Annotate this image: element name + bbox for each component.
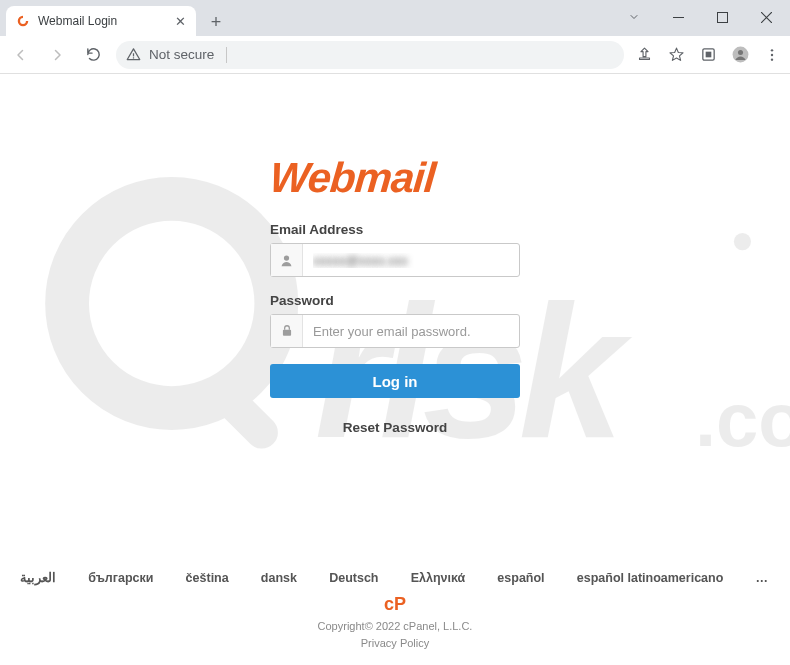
language-option[interactable]: español	[497, 571, 544, 585]
profile-avatar-icon[interactable]	[730, 45, 750, 65]
footer: cP Copyright© 2022 cPanel, L.L.C. Privac…	[0, 591, 790, 651]
password-label: Password	[270, 293, 520, 308]
svg-rect-0	[673, 17, 684, 18]
svg-rect-1	[717, 12, 727, 22]
cpanel-favicon-icon	[16, 14, 30, 28]
email-input-wrap	[270, 243, 520, 277]
security-warning-icon	[126, 47, 141, 62]
svg-point-11	[67, 198, 276, 407]
login-button[interactable]: Log in	[270, 364, 520, 398]
svg-point-16	[284, 255, 289, 260]
brand-logo: Webmail	[270, 154, 520, 202]
language-more[interactable]: …	[755, 571, 770, 585]
language-option[interactable]: dansk	[261, 571, 297, 585]
svg-rect-5	[705, 52, 711, 58]
svg-rect-2	[133, 53, 134, 56]
browser-tab[interactable]: Webmail Login ✕	[6, 6, 196, 36]
user-icon	[271, 244, 303, 276]
extensions-icon[interactable]	[698, 45, 718, 65]
svg-point-10	[771, 58, 773, 60]
language-option[interactable]: čeština	[186, 571, 229, 585]
svg-rect-17	[282, 330, 290, 336]
language-option[interactable]: العربية	[20, 570, 56, 585]
window-close-button[interactable]	[744, 2, 788, 32]
email-label: Email Address	[270, 222, 520, 237]
browser-toolbar: Not secure	[0, 36, 790, 74]
language-option[interactable]: български	[88, 571, 153, 585]
reset-password-link[interactable]: Reset Password	[270, 420, 520, 435]
privacy-policy-link[interactable]: Privacy Policy	[361, 637, 429, 649]
window-titlebar: Webmail Login ✕ +	[0, 0, 790, 36]
svg-point-9	[771, 53, 773, 55]
tab-close-icon[interactable]: ✕	[175, 15, 186, 28]
svg-rect-3	[133, 57, 134, 58]
login-card: Webmail Email Address Password Log in Re…	[270, 154, 520, 435]
svg-point-8	[771, 49, 773, 51]
language-option[interactable]: Deutsch	[329, 571, 378, 585]
email-input[interactable]	[303, 244, 519, 276]
security-label: Not secure	[149, 47, 214, 62]
bookmark-star-icon[interactable]	[666, 45, 686, 65]
language-option[interactable]: español latinoamericano	[577, 571, 724, 585]
forward-button-icon[interactable]	[44, 42, 70, 68]
window-minimize-button[interactable]	[656, 2, 700, 32]
window-controls	[612, 2, 788, 32]
svg-point-14	[734, 233, 751, 250]
language-option[interactable]: Ελληνικά	[411, 571, 466, 585]
back-button-icon[interactable]	[8, 42, 34, 68]
reload-button-icon[interactable]	[80, 42, 106, 68]
address-separator	[226, 47, 227, 63]
new-tab-button[interactable]: +	[202, 8, 230, 36]
address-bar[interactable]: Not secure	[116, 41, 624, 69]
language-bar: العربية български čeština dansk Deutsch …	[20, 570, 770, 585]
menu-kebab-icon[interactable]	[762, 45, 782, 65]
svg-text:.com: .com	[695, 377, 790, 462]
password-input[interactable]	[303, 315, 519, 347]
footer-copyright: Copyright© 2022 cPanel, L.L.C.	[318, 620, 473, 632]
brand-name: Webmail	[268, 154, 437, 202]
svg-point-7	[737, 50, 742, 55]
window-maximize-button[interactable]	[700, 2, 744, 32]
password-input-wrap	[270, 314, 520, 348]
share-icon[interactable]	[634, 45, 654, 65]
page-viewport: risk .com Webmail Email Address Password…	[0, 74, 790, 665]
toolbar-right	[634, 45, 782, 65]
window-dropdown-icon[interactable]	[612, 2, 656, 32]
cpanel-logo-icon[interactable]: cP	[384, 594, 406, 614]
tab-title: Webmail Login	[38, 14, 167, 28]
lock-icon	[271, 315, 303, 347]
